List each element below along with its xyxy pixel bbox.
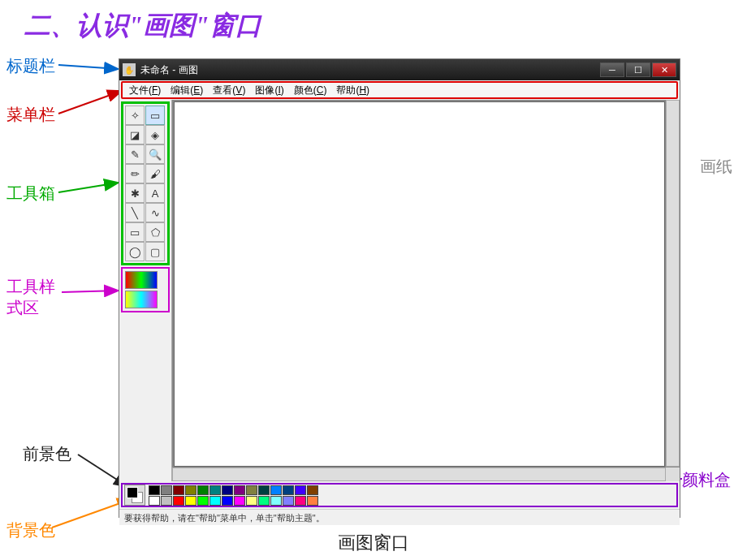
tool-polygon[interactable]: ⬠ xyxy=(145,222,165,242)
minimize-button[interactable]: ─ xyxy=(600,62,624,77)
color-palette[interactable] xyxy=(149,485,318,506)
status-bar: 要获得帮助，请在"帮助"菜单中，单击"帮助主题"。 xyxy=(119,509,680,525)
label-menubar: 菜单栏 xyxy=(6,104,55,126)
scroll-corner xyxy=(666,467,680,481)
color-swatch[interactable] xyxy=(161,485,172,495)
tool-pencil[interactable]: ✏ xyxy=(125,164,145,183)
tool-picker[interactable]: ✎ xyxy=(125,144,145,164)
color-swatch[interactable] xyxy=(283,496,294,506)
tool-free-select[interactable]: ✧ xyxy=(125,106,145,125)
tool-style-area[interactable] xyxy=(121,267,170,312)
color-swatch[interactable] xyxy=(209,485,221,495)
menu-v[interactable]: 查看(V) xyxy=(208,84,250,97)
tool-text[interactable]: A xyxy=(145,183,165,203)
label-toolstyle: 工具样 式区 xyxy=(6,276,55,318)
tool-airbrush[interactable]: ✱ xyxy=(125,183,145,203)
menu-c[interactable]: 颜色(C) xyxy=(289,84,332,97)
color-swatch[interactable] xyxy=(161,496,172,506)
label-titlebar: 标题栏 xyxy=(6,55,55,77)
svg-line-0 xyxy=(58,65,119,69)
svg-line-2 xyxy=(58,183,119,192)
label-toolbox: 工具箱 xyxy=(6,183,55,205)
slide-heading: 二、认识"画图"窗口 xyxy=(24,8,261,44)
menu-i[interactable]: 图像(I) xyxy=(250,84,288,97)
color-swatch[interactable] xyxy=(270,485,282,495)
color-swatch[interactable] xyxy=(209,496,221,506)
maximize-button[interactable]: ☐ xyxy=(626,62,650,77)
color-swatch[interactable] xyxy=(197,485,209,495)
color-swatch[interactable] xyxy=(270,496,282,506)
window-titlebar[interactable]: ✋ 未命名 - 画图 ─ ☐ ✕ xyxy=(119,59,680,80)
tool-magnifier[interactable]: 🔍 xyxy=(145,144,165,164)
color-swatch[interactable] xyxy=(246,496,257,506)
color-swatch[interactable] xyxy=(258,485,270,495)
color-swatch[interactable] xyxy=(234,485,245,495)
horizontal-scrollbar[interactable] xyxy=(172,467,666,481)
color-swatch[interactable] xyxy=(307,496,318,506)
close-button[interactable]: ✕ xyxy=(652,62,676,77)
tool-round-rect[interactable]: ▢ xyxy=(145,242,165,261)
color-swatch[interactable] xyxy=(197,496,209,506)
color-panel[interactable] xyxy=(121,483,678,507)
tool-fill[interactable]: ◈ xyxy=(145,125,165,144)
tool-line[interactable]: ╲ xyxy=(125,203,145,222)
label-foreground-color: 前景色 xyxy=(23,443,71,465)
menu-f[interactable]: 文件(F) xyxy=(124,84,166,97)
label-background-color: 背景色 xyxy=(6,519,55,541)
figure-caption: 画图窗口 xyxy=(338,531,409,555)
color-swatch[interactable] xyxy=(295,496,306,506)
label-canvas: 画纸 xyxy=(700,156,732,178)
menu-e[interactable]: 编辑(E) xyxy=(166,84,208,97)
vertical-scrollbar[interactable] xyxy=(666,100,680,467)
tool-rectangle[interactable]: ▭ xyxy=(125,222,145,242)
toolbox[interactable]: ✧▭◪◈✎🔍✏🖌✱A╲∿▭⬠◯▢ xyxy=(121,101,170,265)
fg-bg-selector[interactable] xyxy=(124,485,145,506)
window-title-text: 未命名 - 画图 xyxy=(140,63,600,77)
color-swatch[interactable] xyxy=(295,485,306,495)
color-swatch[interactable] xyxy=(258,496,270,506)
svg-line-1 xyxy=(58,91,122,114)
color-swatch[interactable] xyxy=(222,485,233,495)
drawing-canvas[interactable] xyxy=(174,101,665,467)
svg-line-3 xyxy=(62,291,119,292)
style-option-1[interactable] xyxy=(125,271,158,289)
color-swatch[interactable] xyxy=(283,485,294,495)
foreground-color-swatch[interactable] xyxy=(127,487,138,498)
color-swatch[interactable] xyxy=(173,496,184,506)
tool-curve[interactable]: ∿ xyxy=(145,203,165,222)
tool-brush[interactable]: 🖌 xyxy=(145,164,165,183)
color-swatch[interactable] xyxy=(234,496,245,506)
color-swatch[interactable] xyxy=(222,496,233,506)
tool-rect-select[interactable]: ▭ xyxy=(145,106,165,125)
window-menubar[interactable]: 文件(F)编辑(E)查看(V)图像(I)颜色(C)帮助(H) xyxy=(121,81,678,99)
menu-h[interactable]: 帮助(H) xyxy=(331,84,374,97)
label-palette: 颜料盒 xyxy=(682,469,731,491)
tool-ellipse[interactable]: ◯ xyxy=(125,242,145,261)
color-swatch[interactable] xyxy=(185,496,196,506)
color-swatch[interactable] xyxy=(149,496,160,506)
color-swatch[interactable] xyxy=(173,485,184,495)
color-swatch[interactable] xyxy=(307,485,318,495)
style-option-2[interactable] xyxy=(125,291,158,308)
color-swatch[interactable] xyxy=(246,485,257,495)
tool-eraser[interactable]: ◪ xyxy=(125,125,145,144)
paint-window: ✋ 未命名 - 画图 ─ ☐ ✕ 文件(F)编辑(E)查看(V)图像(I)颜色(… xyxy=(119,58,680,518)
color-swatch[interactable] xyxy=(185,485,196,495)
app-icon: ✋ xyxy=(123,63,136,76)
color-swatch[interactable] xyxy=(149,485,160,495)
canvas-area xyxy=(171,100,680,481)
